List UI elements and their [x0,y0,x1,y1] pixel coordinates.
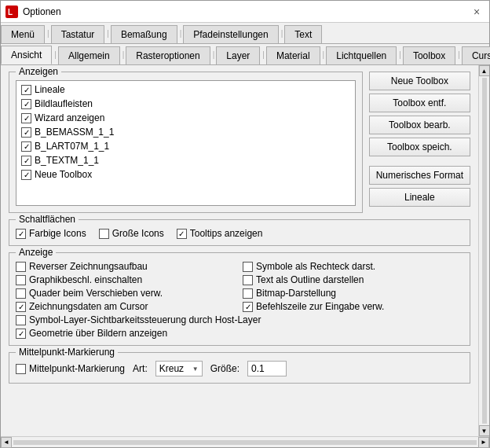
symbole-cb[interactable] [243,262,253,272]
list-checkbox-3[interactable] [21,127,31,138]
tab-toolbox[interactable]: Toolbox [403,46,455,64]
farbige-icons-item[interactable]: Farbige Icons [16,228,86,239]
art-value: Kreuz [159,363,184,374]
list-item-4[interactable]: B_LART07M_1_1 [18,139,353,153]
list-checkbox-0[interactable] [21,85,31,95]
main-content: Anzeigen Lineale Bildlaufleisten Wiza [1,65,478,436]
quader-label: Quader beim Verschieben verw. [29,288,163,299]
tab-bemasssung[interactable]: Bemaßung [111,25,177,43]
mittelpunkt-checkbox-item[interactable]: Mittelpunkt-Markierung [16,363,125,374]
tab-layer[interactable]: Layer [216,46,260,64]
tab-pfadeinstellungen[interactable]: Pfadeinstellungen [183,25,278,43]
geometrie-label: Geometrie über Bildern anzeigen [29,328,167,339]
graphik-cb[interactable] [16,275,26,285]
anzeigen-title: Anzeigen [16,66,61,77]
tab-text[interactable]: Text [284,25,322,43]
reverser-cb[interactable] [16,262,26,272]
scroll-track-horizontal[interactable] [13,440,477,445]
bottom-scrollbar: ◄ ► [1,436,489,447]
zeichnungsdaten-label: Zeichnungsdaten am Cursor [29,301,148,312]
scroll-track-vertical[interactable] [482,78,487,424]
art-select[interactable]: Kreuz ▼ [155,361,203,376]
schaltflaechen-title: Schaltflächen [16,214,79,225]
list-checkbox-5[interactable] [21,156,31,166]
anzeige-group: Anzeige Reverser Zeichnungsaufbau Symbol… [9,252,470,346]
list-item-5[interactable]: B_TEXTM_1_1 [18,153,353,167]
right-scrollbar: ▲ ▼ [478,65,489,436]
scroll-right-button[interactable]: ► [478,437,489,448]
app-icon: L [5,6,18,18]
toolbox-entf-button[interactable]: Toolbox entf. [369,94,470,112]
toolbox-speich-button[interactable]: Toolbox speich. [369,138,470,156]
spacer1 [369,160,470,163]
sep10: | [397,44,403,64]
list-item-1[interactable]: Bildlaufleisten [18,97,353,111]
tab-lichtquellen[interactable]: Lichtquellen [326,46,397,64]
list-label-0: Lineale [35,84,65,95]
text-outline-cb[interactable] [243,275,253,285]
quader-cb[interactable] [16,288,26,299]
list-item-3[interactable]: B_BEMASSM_1_1 [18,125,353,139]
scroll-down-button[interactable]: ▼ [479,425,490,436]
tab-row-2: Ansicht | Allgemein | Rasteroptionen | L… [1,44,489,65]
symbol-layer-item[interactable]: Symbol-Layer-Sichtbarkeitssteuerung durc… [16,314,463,325]
symbol-layer-label: Symbol-Layer-Sichtbarkeitssteuerung durc… [29,314,261,325]
tab-ansicht[interactable]: Ansicht [1,46,52,64]
scroll-up-button[interactable]: ▲ [479,65,490,76]
scroll-left-button[interactable]: ◄ [1,437,12,448]
tab-rasteroptionen[interactable]: Rasteroptionen [126,46,210,64]
tab-tastatur[interactable]: Tastatur [51,25,105,43]
tab-menu[interactable]: Menü [1,25,45,43]
toolbox-list[interactable]: Lineale Bildlaufleisten Wizard anzeigen [16,80,356,206]
symbole-item[interactable]: Symbole als Rechteck darst. [243,261,463,272]
list-checkbox-6[interactable] [21,170,31,180]
sep11: | [456,44,462,64]
options-window: L Optionen × Menü | Tastatur | Bemaßung … [0,0,490,448]
tooltips-item[interactable]: Tooltips anzeigen [177,228,263,239]
sep6: | [121,44,126,64]
list-checkbox-1[interactable] [21,99,31,109]
geometrie-item[interactable]: Geometrie über Bildern anzeigen [16,328,463,339]
graphik-item[interactable]: Graphikbeschl. einschalten [16,274,236,285]
quader-item[interactable]: Quader beim Verschieben verw. [16,288,236,299]
numerisches-format-button[interactable]: Numerisches Format [369,166,470,185]
sep3: | [178,23,184,43]
befehlszeile-item[interactable]: Befehlszeile zur Eingabe verw. [243,301,463,312]
grosse-icons-item[interactable]: Große Icons [99,228,164,239]
list-item-2[interactable]: Wizard anzeigen [18,111,353,125]
geometrie-cb[interactable] [16,329,26,339]
symbol-layer-cb[interactable] [16,315,26,325]
close-button[interactable]: × [469,4,485,20]
bitmap-item[interactable]: Bitmap-Darstellung [243,288,463,299]
anzeige-grid: Reverser Zeichnungsaufbau Symbole als Re… [16,261,463,339]
tab-allgemein[interactable]: Allgemein [58,46,120,64]
groesse-input[interactable] [247,361,287,376]
list-item-0[interactable]: Lineale [18,83,353,97]
dropdown-arrow: ▼ [192,365,199,373]
tooltips-cb[interactable] [177,229,187,239]
tooltips-label: Tooltips anzeigen [190,228,263,239]
mittelpunkt-cb[interactable] [16,364,26,374]
list-label-5: B_TEXTM_1_1 [35,155,99,166]
tab-material[interactable]: Material [266,46,320,64]
zeichnungsdaten-cb[interactable] [16,302,26,312]
tab-cursor[interactable]: Cursor [462,46,490,64]
list-item-6[interactable]: Neue Toolbox [18,167,353,182]
lineale-button[interactable]: Lineale [369,188,470,207]
tab-row-1: Menü | Tastatur | Bemaßung | Pfadeinstel… [1,23,489,44]
grosse-icons-cb[interactable] [99,229,109,239]
graphik-label: Graphikbeschl. einschalten [29,274,142,285]
farbige-icons-cb[interactable] [16,229,26,239]
list-checkbox-2[interactable] [21,113,31,123]
befehlszeile-cb[interactable] [243,302,253,312]
text-outline-item[interactable]: Text als Outline darstellen [243,274,463,285]
reverser-item[interactable]: Reverser Zeichnungsaufbau [16,261,236,272]
neue-toolbox-button[interactable]: Neue Toolbox [369,72,470,90]
groesse-label: Größe: [210,363,240,374]
toolbox-bearb-button[interactable]: Toolbox bearb. [369,116,470,134]
list-checkbox-4[interactable] [21,141,31,152]
symbole-label: Symbole als Rechteck darst. [256,261,375,272]
zeichnungsdaten-item[interactable]: Zeichnungsdaten am Cursor [16,301,236,312]
bitmap-cb[interactable] [243,288,253,299]
mittelpunkt-group: Mittelpunkt-Markierung Mittelpunkt-Marki… [9,352,470,384]
